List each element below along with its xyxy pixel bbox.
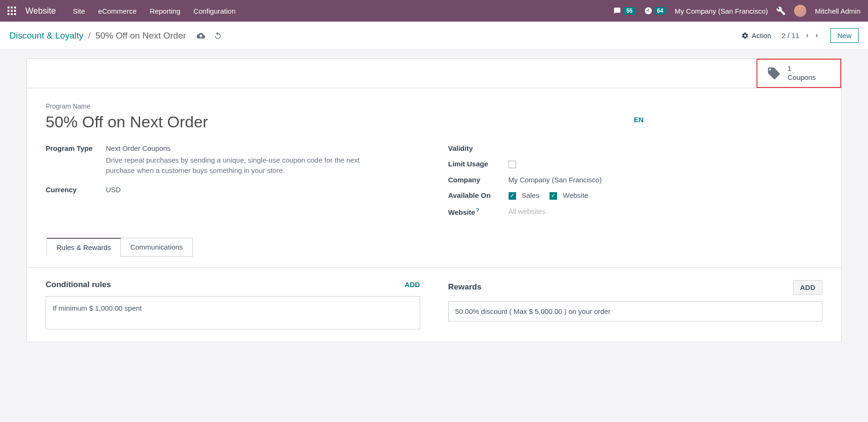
- program-type-desc: Drive repeat purchases by sending a uniq…: [106, 155, 369, 176]
- coupons-count: 1: [788, 64, 816, 73]
- action-label: Action: [752, 31, 772, 39]
- company-value[interactable]: My Company (San Francisco): [509, 176, 602, 184]
- program-type-value[interactable]: Next Order Coupons: [106, 144, 171, 152]
- nav-site[interactable]: Site: [73, 7, 85, 15]
- add-reward-button[interactable]: ADD: [793, 280, 823, 295]
- website-checkbox[interactable]: [549, 192, 557, 200]
- limit-usage-checkbox[interactable]: [509, 161, 516, 168]
- messages-indicator[interactable]: 55: [613, 7, 635, 15]
- messages-badge: 55: [623, 7, 635, 15]
- program-name-label: Program Name: [46, 102, 822, 110]
- sales-label: Sales: [522, 191, 540, 199]
- help-icon[interactable]: ?: [476, 207, 479, 213]
- tab-rules-rewards[interactable]: Rules & Rewards: [47, 238, 121, 257]
- rule-item[interactable]: If minimum $ 1,000.00 spent: [46, 296, 420, 329]
- website-label: Website?: [448, 207, 509, 216]
- tab-communications[interactable]: Communications: [121, 238, 193, 257]
- rewards-title: Rewards: [448, 282, 482, 292]
- breadcrumb-sep: /: [88, 31, 90, 41]
- conditional-rules-title: Conditional rules: [46, 280, 111, 289]
- discard-icon[interactable]: [214, 31, 222, 40]
- nav-menu: Site eCommerce Reporting Configuration: [73, 7, 236, 15]
- activity-indicator[interactable]: 64: [644, 7, 666, 15]
- available-on-label: Available On: [448, 191, 509, 199]
- limit-usage-label: Limit Usage: [448, 160, 509, 168]
- nav-reporting[interactable]: Reporting: [150, 7, 180, 15]
- website-available-label: Website: [563, 191, 589, 199]
- breadcrumb: Discount & Loyalty / 50% Off on Next Ord…: [9, 31, 222, 41]
- currency-value[interactable]: USD: [106, 186, 121, 194]
- breadcrumb-root[interactable]: Discount & Loyalty: [9, 31, 83, 41]
- cloud-save-icon[interactable]: [197, 31, 205, 40]
- form-card: 1 Coupons Program Name 50% Off on Next O…: [26, 58, 842, 342]
- tools-icon[interactable]: [776, 6, 786, 16]
- apps-icon[interactable]: [8, 7, 16, 15]
- brand[interactable]: Website: [25, 6, 56, 16]
- coupons-label: Coupons: [788, 73, 816, 82]
- chat-icon: [613, 7, 621, 15]
- avatar[interactable]: [794, 5, 806, 17]
- control-bar: Discount & Loyalty / 50% Off on Next Ord…: [0, 22, 868, 50]
- tabs: Rules & Rewards Communications: [47, 238, 822, 257]
- language-badge[interactable]: EN: [634, 116, 644, 124]
- company-selector[interactable]: My Company (San Francisco): [675, 7, 768, 15]
- sales-checkbox[interactable]: [509, 192, 516, 200]
- clock-icon: [644, 7, 653, 15]
- pager-text: 2 / 11: [781, 31, 799, 39]
- reward-item[interactable]: 50.00% discount ( Max $ 5,000.00 ) on yo…: [448, 301, 823, 321]
- nav-ecommerce[interactable]: eCommerce: [98, 7, 137, 15]
- pager: 2 / 11: [781, 31, 820, 39]
- breadcrumb-current: 50% Off on Next Order: [96, 31, 186, 41]
- add-rule-button[interactable]: ADD: [405, 281, 420, 289]
- chevron-right-icon[interactable]: [813, 32, 820, 39]
- gear-icon: [741, 32, 749, 39]
- coupons-stat-button[interactable]: 1 Coupons: [757, 59, 841, 88]
- company-label: Company: [448, 176, 509, 184]
- navbar: Website Site eCommerce Reporting Configu…: [0, 0, 868, 22]
- action-button[interactable]: Action: [741, 31, 772, 39]
- chevron-left-icon[interactable]: [804, 32, 811, 39]
- activity-badge: 64: [654, 7, 666, 15]
- tag-icon: [767, 66, 781, 80]
- validity-label: Validity: [448, 144, 509, 152]
- program-type-label: Program Type: [46, 144, 106, 152]
- website-field[interactable]: All websites: [509, 207, 546, 215]
- nav-configuration[interactable]: Configuration: [193, 7, 235, 15]
- program-name-input[interactable]: 50% Off on Next Order: [46, 113, 634, 131]
- currency-label: Currency: [46, 186, 106, 194]
- new-button[interactable]: New: [830, 28, 859, 43]
- user-menu[interactable]: Mitchell Admin: [815, 7, 860, 15]
